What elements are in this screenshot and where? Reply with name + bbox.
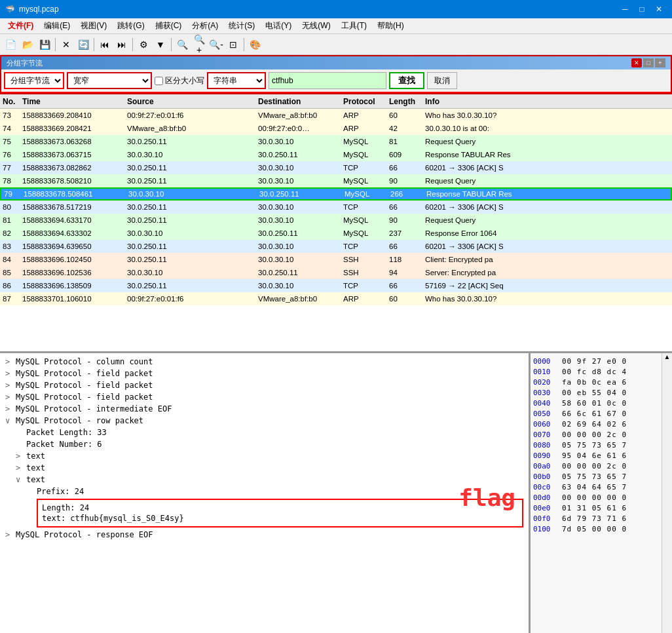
find-group-select[interactable]: 分组字节流 分组列表 分组详情 [4,72,64,89]
toolbar: 📄 📂 💾 ✕ 🔄 ⏮ ⏭ ⚙ ▼ 🔍 🔍+ 🔍- ⊡ 🎨 [0,34,672,55]
toolbar-search[interactable]: 🔍 [174,37,190,52]
detail-row[interactable]: Prefix: 24 [3,486,526,497]
detail-row[interactable]: >MySQL Protocol - intermediate EOF [3,403,526,415]
find-button[interactable]: 查找 [389,72,424,89]
detail-row[interactable]: >text [3,450,526,462]
find-type-select[interactable]: 字符串 十六进制 正则表达式 [207,72,266,89]
table-row[interactable]: 87 1588833701.106010 00:9f:27:e0:01:f6 V… [0,292,672,305]
find-bar-close-btn[interactable]: ✕ [631,58,642,67]
detail-row[interactable]: >text [3,462,526,474]
table-row[interactable]: 84 1588833696.102450 30.0.250.11 30.0.30… [0,253,672,266]
toolbar-scroll-begin[interactable]: ⏮ [97,37,113,52]
detail-row[interactable]: >MySQL Protocol - column count [3,356,526,368]
cell-time: 1588833694.639650 [22,242,127,250]
hex-bytes: 02 69 64 02 6 [562,420,627,429]
cell-proto: MySQL [343,151,389,159]
cell-info: Response TABULAR Res [425,151,669,159]
table-row[interactable]: 81 1588833694.633170 30.0.250.11 30.0.30… [0,214,672,227]
toolbar-zoom-in[interactable]: 🔍+ [191,37,207,52]
detail-row[interactable]: ∨MySQL Protocol - row packet [3,415,526,427]
cell-time: 1588833678.508210 [22,177,127,185]
toolbar-settings[interactable]: ⚙ [136,37,151,52]
table-row[interactable]: 76 1588833673.063715 30.0.30.10 30.0.250… [0,148,672,161]
find-case-text: 区分大小写 [165,75,204,86]
expander-icon: > [16,451,26,461]
detail-row[interactable]: Packet Length: 33 [3,427,526,438]
menu-phone[interactable]: 电话(Y) [260,19,297,33]
detail-row[interactable]: ∨text [3,474,526,486]
menu-tools[interactable]: 工具(T) [336,19,372,33]
toolbar-colorize[interactable]: 🎨 [247,37,263,52]
menu-analyze[interactable]: 分析(A) [187,19,223,33]
toolbar-new[interactable]: 📄 [3,37,18,52]
cell-dst: 30.0.30.10 [258,282,343,290]
find-bar-expand-btn[interactable]: + [655,58,665,67]
title-bar-controls: ─ □ ✕ [617,3,667,16]
detail-row[interactable]: >MySQL Protocol - response EOF [3,529,526,541]
toolbar-zoom-reset[interactable]: ⊡ [225,37,241,52]
menu-wireless[interactable]: 无线(W) [297,19,335,33]
find-case-checkbox[interactable] [155,77,163,85]
table-row[interactable]: 85 1588833696.102536 30.0.30.10 30.0.250… [0,266,672,279]
cell-time: 1588833701.106010 [22,295,127,303]
menu-stats[interactable]: 统计(S) [223,19,260,33]
find-text-input[interactable] [269,72,386,89]
menu-bar: 文件(F) 编辑(E) 视图(V) 跳转(G) 捕获(C) 分析(A) 统计(S… [0,18,672,34]
toolbar-zoom-out[interactable]: 🔍- [208,37,224,52]
toolbar-scroll-end[interactable]: ⏭ [114,37,130,52]
toolbar-save[interactable]: 💾 [37,37,52,52]
menu-help[interactable]: 帮助(H) [372,19,409,33]
table-row[interactable]: 83 1588833694.639650 30.0.250.11 30.0.30… [0,240,672,253]
right-scrollbar[interactable]: ▲ ▼ [662,353,672,633]
detail-text: text [26,451,45,461]
hex-bytes: 00 9f 27 e0 0 [562,357,627,366]
hex-offset: 00e0 [533,504,557,512]
table-row[interactable]: 86 1588833696.138509 30.0.250.11 30.0.30… [0,279,672,292]
detail-row[interactable]: >MySQL Protocol - field packet [3,391,526,403]
table-row[interactable]: 77 1588833673.082862 30.0.250.11 30.0.30… [0,161,672,174]
find-bar-restore-btn[interactable]: □ [643,58,654,67]
table-row[interactable]: 75 1588833673.063268 30.0.250.11 30.0.30… [0,135,672,148]
cell-proto: SSH [343,256,389,263]
table-row[interactable]: 73 1588833669.208410 00:9f:27:e0:01:f6 V… [0,109,672,122]
hex-offset: 0070 [533,431,557,439]
cell-len: 90 [389,177,425,185]
toolbar-reload[interactable]: 🔄 [75,37,91,52]
detail-row[interactable]: >MySQL Protocol - field packet [3,379,526,391]
menu-go[interactable]: 跳转(G) [112,19,149,33]
detail-row[interactable]: >MySQL Protocol - field packet [3,368,526,379]
col-header-info: Info [425,97,669,106]
toolbar-filter[interactable]: ▼ [153,37,168,52]
cell-src: 00:9f:27:e0:01:f6 [127,111,258,119]
expander-icon: > [5,530,16,539]
hex-row: 0000 00 9f 27 e0 0 [533,356,659,366]
packet-list[interactable]: 73 1588833669.208410 00:9f:27:e0:01:f6 V… [0,109,672,351]
cell-time: 1588833673.063268 [22,138,127,145]
hex-offset: 0100 [533,525,557,533]
close-button[interactable]: ✕ [651,3,667,16]
hex-offset: 00b0 [533,472,557,481]
find-width-select[interactable]: 宽窄 宽 窄 [67,72,152,89]
detail-row[interactable]: Packet Number: 6 [3,438,526,450]
maximize-button[interactable]: □ [634,3,650,16]
toolbar-close[interactable]: ✕ [58,37,74,52]
cancel-button[interactable]: 取消 [427,72,457,89]
table-row[interactable]: 78 1588833678.508210 30.0.250.11 30.0.30… [0,174,672,187]
table-row[interactable]: 82 1588833694.633302 30.0.30.10 30.0.250… [0,227,672,240]
hex-offset: 0010 [533,368,557,376]
detail-text: Packet Number: 6 [26,440,102,449]
table-row[interactable]: 80 1588833678.517219 30.0.250.11 30.0.30… [0,201,672,214]
cell-time: 1588833696.102450 [22,256,127,263]
menu-view[interactable]: 视图(V) [75,19,112,33]
table-row[interactable]: 79 1588833678.508461 30.0.30.10 30.0.250… [0,187,672,201]
minimize-button[interactable]: ─ [617,3,633,16]
toolbar-open[interactable]: 📂 [20,37,35,52]
menu-capture[interactable]: 捕获(C) [150,19,187,33]
table-row[interactable]: 74 1588833669.208421 VMware_a8:bf:b0 00:… [0,122,672,135]
menu-file[interactable]: 文件(F) [3,19,39,33]
hex-offset: 00f0 [533,514,557,523]
cell-proto: TCP [343,164,389,172]
menu-edit[interactable]: 编辑(E) [39,19,75,33]
cell-len: 81 [389,138,425,145]
scroll-up-btn[interactable]: ▲ [662,353,672,360]
